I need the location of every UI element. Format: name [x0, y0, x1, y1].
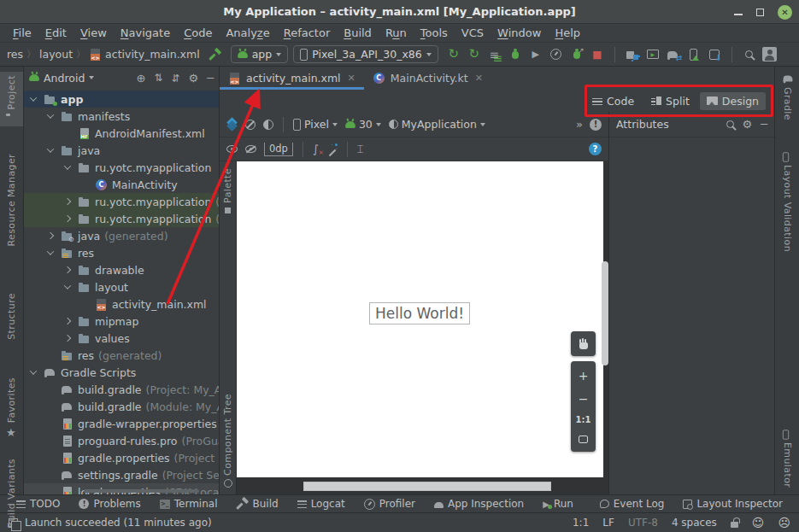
menu-build[interactable]: Build — [338, 25, 378, 41]
tree-item-res[interactable]: res(generated) — [24, 347, 219, 364]
status-item-lf[interactable]: LF — [602, 517, 614, 529]
infer-constraints-icon[interactable] — [326, 143, 338, 155]
help-icon[interactable]: ? — [589, 143, 602, 155]
tool-stripe-gradle[interactable]: Gradle — [782, 70, 793, 124]
unlock-icon[interactable] — [731, 522, 738, 528]
design-surface-icon[interactable] — [226, 119, 238, 130]
menu-run[interactable]: Run — [379, 25, 413, 41]
run-icon[interactable]: ↻ — [444, 45, 464, 64]
toolbar-overflow-icon[interactable]: » — [576, 118, 582, 131]
tree-item-ru.yotc.myapplication[interactable]: ru.yotc.myapplication(test) — [24, 210, 219, 227]
tool-window-button-terminal[interactable]: >_Terminal — [152, 498, 226, 510]
profiler-icon[interactable] — [546, 45, 567, 64]
tree-chevron-icon[interactable] — [47, 111, 54, 118]
tree-item-build.gradle[interactable]: build.gradle(Project: My_Application) — [24, 381, 219, 398]
tool-window-button-app-inspection[interactable]: App Inspection — [426, 498, 532, 510]
project-structure-icon[interactable] — [622, 45, 643, 64]
tool-window-button-todo[interactable]: TODO — [9, 498, 68, 510]
tree-chevron-icon[interactable] — [47, 232, 54, 239]
tool-stripe-project[interactable]: Project — [0, 72, 23, 126]
tree-item-manifests[interactable]: manifests — [24, 108, 219, 125]
tool-stripe-emulator[interactable]: Emulator — [782, 425, 793, 491]
menu-edit[interactable]: Edit — [39, 25, 73, 41]
tree-chevron-icon[interactable] — [64, 162, 71, 169]
tree-item-androidmanifest.xml[interactable]: MFAndroidManifest.xml — [24, 125, 219, 142]
autoconnect-off-icon[interactable] — [245, 145, 256, 153]
project-view-select[interactable]: Android — [29, 72, 94, 85]
zoom-in-button[interactable]: + — [579, 370, 589, 382]
tree-item-build.gradle[interactable]: build.gradle(Module: My_Application.app) — [24, 398, 219, 415]
api-level-select[interactable]: 30 — [345, 118, 381, 131]
tree-item-res[interactable]: res — [24, 244, 219, 261]
default-margin-select[interactable]: 0dp — [264, 143, 293, 156]
tree-item-mainactivity[interactable]: CMainActivity — [24, 176, 219, 193]
menu-navigate[interactable]: Navigate — [115, 25, 176, 41]
menu-refactor[interactable]: Refactor — [278, 25, 337, 41]
avatar-icon[interactable] — [760, 45, 780, 64]
tree-item-mipmap[interactable]: mipmap — [24, 313, 219, 330]
clear-constraints-icon[interactable]: ∫ — [313, 143, 319, 155]
tree-item-gradle-scripts[interactable]: Gradle Scripts — [24, 364, 219, 381]
tool-window-button-logcat[interactable]: Logcat — [290, 498, 353, 510]
tool-stripe-resource-manager[interactable]: Resource Manager — [6, 150, 17, 264]
tool-window-toggle-icon[interactable] — [9, 518, 18, 528]
avd-manager-icon[interactable] — [684, 45, 704, 64]
tool-window-button-profiler[interactable]: Profiler — [356, 498, 423, 510]
tab-mainactivity.kt[interactable]: CMainActivity.kt✕ — [364, 67, 491, 90]
minimize-icon[interactable] — [734, 14, 743, 15]
tree-chevron-icon[interactable] — [47, 145, 54, 152]
status-item-utf-8[interactable]: UTF-8 — [628, 517, 658, 529]
gradle-sync-icon[interactable]: ⇄ — [663, 45, 684, 64]
design-mode-button[interactable]: Design — [700, 92, 766, 110]
orientation-icon[interactable] — [245, 120, 256, 130]
tree-horizontal-scrollbar[interactable] — [84, 489, 199, 493]
tree-chevron-icon[interactable] — [47, 248, 54, 254]
status-item-4-spaces[interactable]: 4 spaces — [672, 517, 717, 529]
tree-chevron-icon[interactable] — [64, 335, 71, 342]
tree-item-gradle.properties[interactable]: gradle.properties(Project Properties) — [24, 449, 219, 466]
tree-item-java[interactable]: java — [24, 142, 219, 159]
palette-tool[interactable]: Palette — [222, 168, 233, 214]
night-mode-icon[interactable] — [263, 120, 273, 130]
menu-view[interactable]: View — [74, 25, 113, 41]
menu-code[interactable]: Code — [178, 25, 218, 41]
device-in-editor-select[interactable]: Pixel — [293, 118, 338, 131]
tree-chevron-icon[interactable] — [64, 318, 71, 324]
tool-window-button-layout-inspector[interactable]: Layout Inspector — [675, 498, 790, 510]
tool-window-button-problems[interactable]: !Problems — [71, 498, 148, 510]
theme-select[interactable]: MyApplication — [389, 118, 485, 131]
search-icon[interactable] — [726, 120, 734, 128]
settings-gear-icon[interactable]: ⚙ — [743, 119, 753, 130]
tree-item-layout[interactable]: layout — [24, 278, 219, 295]
view-options-icon[interactable] — [226, 145, 238, 153]
zoom-actual-button[interactable]: 1:1 — [576, 416, 591, 424]
tree-item-proguard-rules.pro[interactable]: proguard-rules.pro(ProGuard Rules for ..… — [24, 432, 219, 449]
settings-gear-icon[interactable]: ⚙ — [189, 73, 199, 84]
tree-item-java[interactable]: ⚙java(generated) — [24, 227, 219, 244]
collapse-all-icon[interactable]: ⇅ — [171, 73, 179, 83]
textview-hello-world[interactable]: Hello World! — [369, 302, 470, 324]
happy-face-icon[interactable]: ☺ — [752, 517, 765, 529]
run-configuration-select[interactable]: app — [231, 45, 289, 63]
tree-item-settings.gradle[interactable]: settings.gradle(Project Settings) — [24, 466, 219, 483]
hide-panel-icon[interactable]: ─ — [761, 119, 767, 130]
breadcrumb-item[interactable]: layout — [39, 48, 73, 61]
zoom-to-fit-icon[interactable] — [579, 436, 588, 443]
hide-panel-icon[interactable]: ─ — [207, 73, 214, 84]
tree-item-values[interactable]: values — [24, 330, 219, 347]
device-manager-icon[interactable] — [643, 45, 663, 64]
restore-icon[interactable] — [756, 9, 764, 16]
tree-chevron-icon[interactable] — [30, 94, 37, 101]
menu-help[interactable]: Help — [549, 25, 586, 41]
tool-stripe-layout-validation[interactable]: Layout Validation — [782, 148, 793, 255]
tree-chevron-icon[interactable] — [64, 215, 71, 222]
expand-all-icon[interactable]: ⇅ — [154, 73, 162, 83]
tree-item-app[interactable]: app — [24, 91, 219, 108]
locate-file-icon[interactable]: ⊕ — [136, 73, 145, 84]
status-item-1-1[interactable]: 1:1 — [573, 517, 589, 529]
apply-changes-icon[interactable]: ↻ — [464, 45, 485, 64]
sad-face-icon[interactable]: ☹ — [778, 517, 790, 529]
close-tab-icon[interactable]: ✕ — [348, 73, 355, 84]
component-tree-tool[interactable]: Component Tree — [222, 394, 233, 488]
tree-item-drawable[interactable]: drawable — [24, 261, 219, 278]
